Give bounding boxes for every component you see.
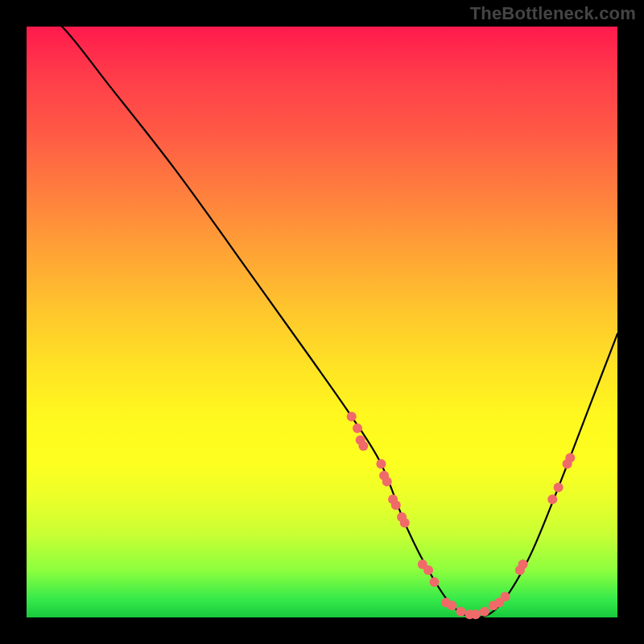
data-dot — [347, 411, 357, 421]
data-dot — [565, 453, 575, 463]
data-dot — [501, 592, 510, 601]
data-dot — [471, 609, 481, 619]
plot-area — [27, 27, 617, 617]
bottleneck-curve — [27, 3, 617, 617]
watermark-text: TheBottleneck.com — [470, 3, 636, 24]
data-dot — [547, 494, 557, 504]
data-dot — [448, 601, 457, 610]
data-dot — [353, 423, 362, 433]
data-dot — [423, 565, 433, 575]
data-dot — [518, 559, 528, 569]
curve-svg — [27, 27, 617, 617]
data-dot — [480, 607, 489, 617]
data-dots — [347, 411, 576, 619]
data-dot — [358, 441, 368, 451]
data-dot — [376, 459, 386, 469]
data-dot — [391, 501, 401, 510]
data-dot — [554, 483, 564, 493]
data-dot — [382, 477, 392, 486]
data-dot — [456, 607, 466, 617]
data-dot — [430, 577, 440, 587]
data-dot — [400, 518, 410, 528]
chart-frame: TheBottleneck.com — [0, 0, 644, 644]
